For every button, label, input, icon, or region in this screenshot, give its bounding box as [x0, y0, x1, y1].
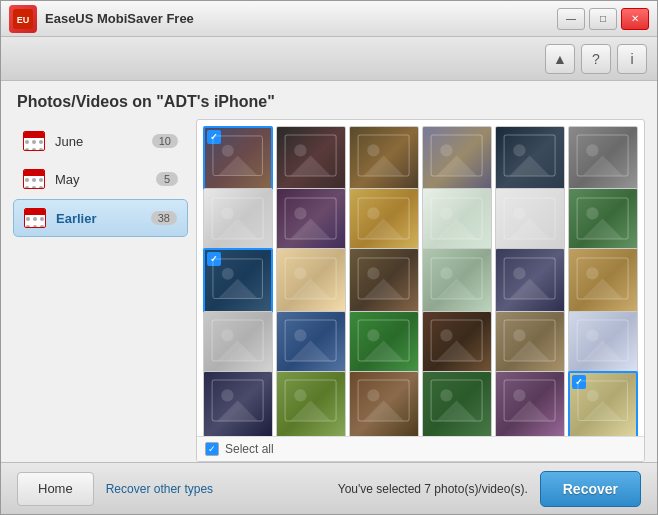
svg-point-24 — [295, 207, 307, 219]
minimize-button[interactable]: — — [557, 8, 585, 30]
photo-thumb-1[interactable]: ✓ — [203, 126, 273, 196]
svg-marker-13 — [437, 156, 478, 176]
thumb-inner — [204, 312, 272, 380]
photo-thumb-16[interactable] — [422, 248, 492, 318]
maximize-button[interactable]: □ — [589, 8, 617, 30]
svg-marker-85 — [437, 401, 478, 421]
app-title: EaseUS MobiSaver Free — [45, 11, 557, 26]
thumb-inner — [204, 372, 272, 436]
thumb-inner — [350, 372, 418, 436]
photo-thumb-2[interactable] — [276, 126, 346, 196]
thumb-inner — [423, 127, 491, 195]
photo-thumb-4[interactable] — [422, 126, 492, 196]
thumb-inner — [569, 249, 637, 317]
svg-marker-37 — [583, 218, 624, 238]
svg-marker-34 — [510, 218, 551, 238]
svg-point-51 — [514, 267, 526, 279]
close-button[interactable]: ✕ — [621, 8, 649, 30]
sidebar-item-june[interactable]: June 10 — [13, 123, 188, 159]
photo-thumb-29[interactable] — [495, 371, 565, 436]
sidebar-earlier-label: Earlier — [56, 211, 141, 226]
photo-thumb-6[interactable] — [568, 126, 638, 196]
sidebar-item-may[interactable]: May 5 — [13, 161, 188, 197]
thumb-inner — [205, 128, 271, 194]
photo-thumb-13[interactable]: ✓ — [203, 248, 273, 318]
svg-point-21 — [222, 207, 234, 219]
svg-marker-10 — [364, 156, 405, 176]
svg-point-81 — [368, 389, 380, 401]
thumb-inner — [204, 189, 272, 257]
svg-marker-61 — [291, 340, 332, 360]
photo-thumb-26[interactable] — [276, 371, 346, 436]
thumb-inner — [569, 312, 637, 380]
svg-point-30 — [441, 207, 453, 219]
svg-text:EU: EU — [17, 15, 30, 25]
svg-point-3 — [222, 145, 234, 157]
svg-point-6 — [295, 145, 307, 157]
photo-area: ✓✓✓ ✓ Select all — [196, 119, 645, 462]
select-all-checkbox[interactable]: ✓ — [205, 442, 219, 456]
svg-marker-55 — [583, 278, 624, 298]
svg-marker-49 — [437, 278, 478, 298]
svg-marker-73 — [583, 340, 624, 360]
sidebar-may-count: 5 — [156, 172, 178, 186]
svg-marker-25 — [291, 218, 332, 238]
photo-grid: ✓✓✓ — [197, 120, 644, 436]
up-button[interactable]: ▲ — [545, 44, 575, 74]
photo-thumb-28[interactable] — [422, 371, 492, 436]
svg-point-48 — [441, 267, 453, 279]
svg-point-18 — [587, 145, 599, 157]
svg-point-45 — [368, 267, 380, 279]
info-button[interactable]: i — [617, 44, 647, 74]
svg-marker-58 — [218, 340, 259, 360]
sidebar-item-earlier[interactable]: Earlier 38 — [13, 199, 188, 237]
window-controls: — □ ✕ — [557, 8, 649, 30]
svg-marker-70 — [510, 340, 551, 360]
photo-thumb-15[interactable] — [349, 248, 419, 318]
svg-marker-91 — [583, 401, 623, 421]
svg-marker-52 — [510, 278, 551, 298]
svg-marker-64 — [364, 340, 405, 360]
thumb-inner — [496, 372, 564, 436]
svg-point-90 — [587, 390, 599, 402]
thumb-inner — [423, 372, 491, 436]
svg-point-87 — [514, 389, 526, 401]
svg-point-63 — [368, 329, 380, 341]
svg-marker-28 — [364, 218, 405, 238]
thumb-inner — [277, 189, 345, 257]
page-title-bar: Photos/Videos on "ADT's iPhone" — [1, 81, 657, 119]
recover-button[interactable]: Recover — [540, 471, 641, 507]
page-title: Photos/Videos on "ADT's iPhone" — [17, 93, 641, 111]
thumb-inner — [350, 127, 418, 195]
svg-point-36 — [587, 207, 599, 219]
svg-marker-46 — [364, 278, 405, 298]
home-button[interactable]: Home — [17, 472, 94, 506]
thumb-inner — [496, 127, 564, 195]
recover-other-link[interactable]: Recover other types — [106, 482, 326, 496]
photo-thumb-25[interactable] — [203, 371, 273, 436]
svg-marker-67 — [437, 340, 478, 360]
svg-point-75 — [222, 389, 234, 401]
thumb-inner — [496, 189, 564, 257]
photo-thumb-30[interactable]: ✓ — [568, 371, 638, 436]
select-all-label[interactable]: Select all — [225, 442, 274, 456]
photo-thumb-3[interactable] — [349, 126, 419, 196]
svg-marker-4 — [218, 156, 258, 176]
main-content: June 10 May 5 Earlier — [1, 119, 657, 462]
select-all-bar: ✓ Select all — [197, 436, 644, 461]
app-logo: EU — [9, 5, 37, 33]
photo-thumb-18[interactable] — [568, 248, 638, 318]
photo-thumb-17[interactable] — [495, 248, 565, 318]
thumb-inner — [277, 127, 345, 195]
svg-point-54 — [587, 267, 599, 279]
svg-point-78 — [295, 389, 307, 401]
sidebar-earlier-count: 38 — [151, 211, 177, 225]
help-button[interactable]: ? — [581, 44, 611, 74]
thumb-inner — [350, 312, 418, 380]
photo-thumb-5[interactable] — [495, 126, 565, 196]
photo-thumb-14[interactable] — [276, 248, 346, 318]
calendar-icon-earlier — [24, 208, 46, 228]
svg-point-72 — [587, 329, 599, 341]
thumb-inner — [569, 189, 637, 257]
photo-thumb-27[interactable] — [349, 371, 419, 436]
